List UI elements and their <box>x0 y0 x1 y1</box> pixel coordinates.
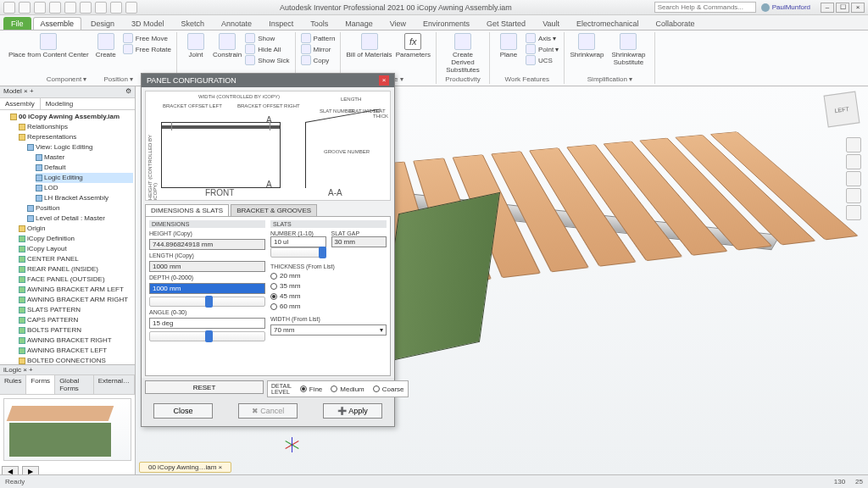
constrain-button[interactable]: Constrain <box>213 33 242 58</box>
browser-tab-modeling[interactable]: Modeling <box>41 98 78 109</box>
pattern-button[interactable]: Pattern <box>301 33 336 43</box>
angle-field[interactable]: 15 deg <box>149 318 265 329</box>
tab-design[interactable]: Design <box>83 17 122 30</box>
qat-fx-icon[interactable] <box>125 2 137 14</box>
show-button[interactable]: Show <box>245 33 289 43</box>
ilogic-tab-global[interactable]: Global Forms <box>55 375 94 394</box>
parameters-button[interactable]: fxParameters <box>396 33 431 58</box>
showsick-button[interactable]: Show Sick <box>245 55 289 65</box>
qat-save-icon[interactable] <box>34 2 46 14</box>
axis-button[interactable]: Axis ▾ <box>526 33 559 43</box>
tab-sketch[interactable]: Sketch <box>174 17 213 30</box>
maximize-button[interactable]: ☐ <box>836 3 849 13</box>
depth-slider[interactable] <box>149 297 265 307</box>
tree-item[interactable]: FACE PANEL (OUTSIDE) <box>19 274 133 285</box>
point-button[interactable]: Point ▾ <box>526 44 559 54</box>
tab-electromech[interactable]: Electromechanical <box>569 17 647 30</box>
tree-item[interactable]: SLATS PATTERN <box>19 305 133 315</box>
dialog-close-btn[interactable]: Close <box>153 403 213 419</box>
qat-appearance-icon[interactable] <box>110 2 122 14</box>
thick-45[interactable]: 45 mm <box>270 292 387 300</box>
tree-item[interactable]: REAR PANEL (INSIDE) <box>19 264 133 274</box>
dialog-cancel-btn[interactable]: ✖ Cancel <box>238 403 298 419</box>
place-from-cc-button[interactable]: Place from Content Center <box>8 33 89 58</box>
nav-zoom-icon[interactable] <box>846 188 861 203</box>
tree-item[interactable]: AWNING BRACKET ARM RIGHT <box>19 295 133 305</box>
dlg-tab-dims[interactable]: DIMENSIONS & SLATS <box>145 204 229 216</box>
tab-collaborate[interactable]: Collaborate <box>648 17 703 30</box>
tree-item[interactable]: Representations <box>19 132 133 142</box>
width-select[interactable]: 70 mm▾ <box>270 324 387 336</box>
panel-title-component[interactable]: Component ▾ <box>47 75 87 83</box>
qat-open-icon[interactable] <box>19 2 31 14</box>
tree-item[interactable]: BOLTS PATTERN <box>19 325 133 336</box>
qat-undo-icon[interactable] <box>49 2 61 14</box>
hideall-button[interactable]: Hide All <box>245 44 289 54</box>
angle-slider[interactable] <box>149 331 265 341</box>
detail-coarse[interactable]: Coarse <box>373 385 404 393</box>
detail-medium[interactable]: Medium <box>331 385 364 393</box>
mirror-button[interactable]: Mirror <box>301 44 336 54</box>
tab-environments[interactable]: Environments <box>415 17 477 30</box>
tree-item[interactable]: LOD <box>36 183 133 193</box>
qat-home-icon[interactable] <box>80 2 92 14</box>
plane-button[interactable]: Plane <box>495 33 522 58</box>
tree-item[interactable]: iCopy Definition <box>19 234 133 244</box>
tab-3dmodel[interactable]: 3D Model <box>124 17 172 30</box>
nav-pan-icon[interactable] <box>846 171 861 186</box>
tab-assemble[interactable]: Assemble <box>33 17 82 30</box>
tab-getstarted[interactable]: Get Started <box>479 17 533 30</box>
browser-gear-icon[interactable]: ⚙ <box>125 87 131 97</box>
tree-item[interactable]: AWNING BRACKET ARM LEFT <box>19 285 133 295</box>
tree-item[interactable]: iCopy Layout <box>19 244 133 254</box>
bom-button[interactable]: Bill of Materials <box>346 33 392 58</box>
tab-annotate[interactable]: Annotate <box>214 17 259 30</box>
ilogic-tab-forms[interactable]: Forms <box>26 375 55 394</box>
tree-item[interactable]: AWNING BRACKET RIGHT <box>19 336 133 346</box>
tree-item[interactable]: View: Logic Editing <box>27 142 133 152</box>
joint-button[interactable]: Joint <box>182 33 209 58</box>
free-move-button[interactable]: Free Move <box>123 33 171 43</box>
tree-item[interactable]: Default <box>36 163 133 173</box>
tree-item[interactable]: Level of Detail : Master <box>27 214 133 224</box>
nav-look-icon[interactable] <box>846 205 861 220</box>
free-rotate-button[interactable]: Free Rotate <box>123 44 171 54</box>
tree-item[interactable]: Master <box>36 152 133 163</box>
detail-fine[interactable]: Fine <box>300 385 323 393</box>
ilogic-tab-external[interactable]: External… <box>94 375 135 394</box>
browser-tab-assembly[interactable]: Assembly <box>0 98 41 109</box>
number-slider[interactable] <box>270 247 326 258</box>
dialog-titlebar[interactable]: PANEL CONFIGURATION × <box>142 74 394 87</box>
nav-home-icon[interactable] <box>846 137 861 152</box>
thick-60[interactable]: 60 mm <box>270 302 387 310</box>
help-search-input[interactable] <box>654 2 756 13</box>
tree-item-selected[interactable]: Logic Editing <box>36 173 133 183</box>
tab-vault[interactable]: Vault <box>535 17 567 30</box>
thick-35[interactable]: 35 mm <box>270 282 387 290</box>
tree-item[interactable]: Origin <box>19 224 133 234</box>
tree-item[interactable]: LH Bracket Assembly <box>36 193 133 203</box>
tab-manage[interactable]: Manage <box>337 17 381 30</box>
tree-item[interactable]: CAPS PATTERN <box>19 315 133 325</box>
user-account[interactable]: PaulMunford <box>761 3 810 12</box>
create-button[interactable]: Create <box>92 33 120 58</box>
minimize-button[interactable]: – <box>821 3 834 13</box>
dlg-tab-bracket[interactable]: BRACKET & GROOVES <box>231 204 317 216</box>
tree-item[interactable]: Relationships <box>19 122 133 132</box>
shrinkwrap-sub-button[interactable]: Shrinkwrap Substitute <box>607 33 649 66</box>
tab-inspect[interactable]: Inspect <box>261 17 301 30</box>
dialog-apply-btn[interactable]: ➕ Apply <box>323 403 382 419</box>
nav-orbit-icon[interactable] <box>846 154 861 169</box>
ucs-button[interactable]: UCS <box>526 55 559 65</box>
number-field[interactable]: 10 ul <box>270 236 326 247</box>
shrinkwrap-button[interactable]: Shrinkwrap <box>570 33 604 58</box>
model-tree[interactable]: 00 iCopy Awning Assembly.iam Relationshi… <box>0 110 135 364</box>
derived-sub-button[interactable]: Create Derived Substitutes <box>442 33 484 74</box>
copy-button[interactable]: Copy <box>301 55 336 65</box>
doc-tab[interactable]: 00 iCopy Awning…iam × <box>139 462 231 473</box>
tree-item[interactable]: BOLTED CONNECTIONS <box>19 356 133 364</box>
form-thumbnail[interactable] <box>0 395 135 464</box>
tab-view[interactable]: View <box>382 17 414 30</box>
tree-item[interactable]: AWNING BRACKET LEFT <box>19 346 133 356</box>
reset-button[interactable]: RESET <box>145 380 264 394</box>
